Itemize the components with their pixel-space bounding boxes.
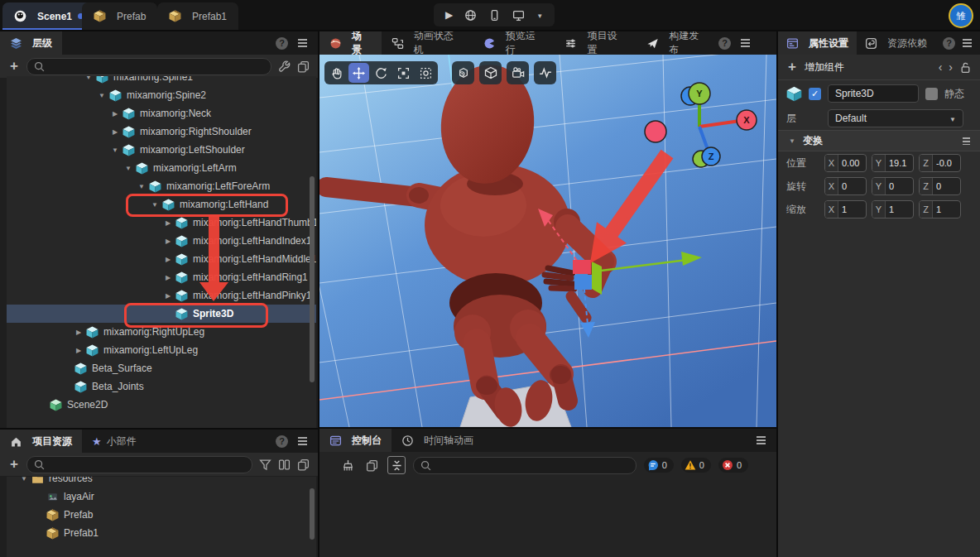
help-icon[interactable] (276, 37, 288, 50)
tab-scene[interactable]: 场景 (319, 31, 382, 55)
expand-arrow[interactable] (108, 110, 122, 118)
tab-resource-dependencies[interactable]: 资源依赖 (857, 31, 935, 55)
expand-arrow[interactable] (161, 256, 175, 263)
active-checkbox[interactable] (809, 88, 821, 100)
hierarchy-scrollbar[interactable] (310, 176, 315, 382)
hierarchy-search-input[interactable] (49, 60, 264, 73)
panel-menu-icon[interactable] (298, 437, 307, 445)
error-count-badge[interactable]: 0 (718, 458, 748, 473)
tree-item-neck[interactable]: mixamorig:Neck (7, 104, 316, 122)
position-z-field[interactable]: Z-0.0 (919, 154, 961, 172)
perspective-toggle-button[interactable] (452, 61, 474, 84)
asset-item-prefab[interactable]: Prefab (7, 506, 316, 524)
tree-item-rightupleg[interactable]: mixamorig:RightUpLeg (7, 323, 316, 341)
expand-arrow[interactable] (147, 201, 162, 209)
add-component-plus[interactable] (786, 59, 798, 75)
expand-arrow[interactable] (71, 347, 86, 354)
expand-arrow[interactable] (161, 292, 175, 300)
tab-timeline-animation[interactable]: 时间轴动画 (392, 429, 483, 452)
tree-item-sprite3d-selected[interactable]: Sprite3D (7, 305, 316, 323)
tree-item-lefthandmiddle1[interactable]: mixamorig:LeftHandMiddle1 (7, 250, 316, 268)
section-collapse-arrow[interactable] (788, 137, 796, 145)
rotate-tool-button[interactable] (371, 63, 392, 83)
expand-arrow[interactable] (161, 238, 175, 245)
tab-hierarchy[interactable]: 层级 (0, 31, 62, 55)
scale-tool-button[interactable] (393, 63, 414, 83)
tree-item-leftshoulder[interactable]: mixamorig:LeftShoulder (7, 141, 316, 159)
mobile-preview-icon[interactable] (488, 9, 501, 22)
rotation-y-field[interactable]: Y0 (872, 177, 914, 195)
tree-item-leftforearm[interactable]: mixamorig:LeftForeArm (7, 177, 316, 195)
panel-menu-icon[interactable] (298, 39, 307, 47)
expand-arrow[interactable] (17, 477, 31, 483)
tab-project-assets[interactable]: 项目资源 (0, 430, 82, 453)
3d-viewport[interactable]: Y X Z (319, 55, 776, 427)
shading-mode-button[interactable] (479, 61, 502, 84)
play-button[interactable] (445, 9, 453, 21)
expand-arrow[interactable] (134, 183, 149, 190)
expand-arrow[interactable] (94, 92, 109, 99)
assets-scrollbar[interactable] (310, 488, 315, 540)
transform-section-header[interactable]: 变换 (778, 130, 980, 151)
expand-arrow[interactable] (161, 274, 175, 281)
prefab-document-tab[interactable]: Prefab (82, 2, 157, 30)
expand-arrow[interactable] (161, 219, 175, 227)
tree-item-beta-joints[interactable]: Beta_Joints (7, 377, 316, 396)
expand-arrow[interactable] (81, 76, 96, 81)
tree-item-lefthandpinky1[interactable]: mixamorig:LeftHandPinky1 (7, 286, 316, 305)
asset-item-resources[interactable]: resources (7, 477, 316, 487)
position-y-field[interactable]: Y19.1 (872, 154, 914, 172)
expand-arrow[interactable] (108, 146, 122, 154)
move-tool-button[interactable] (348, 63, 369, 83)
asset-item-layaair[interactable]: layaAir (7, 487, 316, 506)
panel-menu-icon[interactable] (757, 436, 766, 444)
tree-item-lefthand[interactable]: mixamorig:LeftHand (7, 195, 316, 214)
scale-y-field[interactable]: Y1 (872, 200, 914, 218)
rect-tool-button[interactable] (416, 63, 436, 83)
assets-searchbox[interactable] (26, 456, 252, 473)
gizmo-red-handle[interactable] (573, 260, 591, 274)
rotation-x-field[interactable]: X0 (824, 177, 867, 195)
tree-item-spine1[interactable]: mixamorig:Spine1 (7, 76, 316, 86)
nav-back-chevron[interactable]: ‹ (939, 60, 943, 74)
web-preview-icon[interactable] (464, 9, 477, 22)
orientation-neg-axis-ball[interactable] (645, 121, 666, 142)
add-node-button[interactable] (8, 58, 20, 74)
clear-console-button[interactable] (339, 457, 356, 473)
panel-menu-icon[interactable] (963, 39, 972, 47)
tree-item-leftarm[interactable]: mixamorig:LeftArm (7, 159, 316, 177)
help-icon[interactable] (718, 37, 731, 50)
help-icon[interactable] (276, 435, 288, 448)
object-name-input[interactable] (828, 84, 919, 103)
lock-icon[interactable] (959, 61, 972, 74)
wrench-icon[interactable] (278, 60, 291, 73)
rotation-z-field[interactable]: Z0 (919, 177, 961, 195)
camera-preview-button[interactable] (507, 61, 529, 84)
tree-item-lefthandindex1[interactable]: mixamorig:LeftHandIndex1 (7, 232, 316, 250)
collapse-log-button[interactable] (387, 456, 406, 474)
prefab1-document-tab[interactable]: Prefab1 (157, 2, 238, 30)
section-menu-icon[interactable] (963, 137, 970, 145)
tree-item-rightshoulder[interactable]: mixamorig:RightShoulder (7, 122, 316, 141)
position-x-field[interactable]: X0.00 (824, 154, 867, 172)
tab-console[interactable]: 控制台 (319, 429, 392, 452)
nav-forward-chevron[interactable]: › (949, 60, 953, 74)
columns-view-icon[interactable] (278, 459, 291, 471)
scale-z-field[interactable]: Z1 (919, 200, 961, 218)
gizmo-blue-handle[interactable] (574, 275, 592, 290)
tree-item-lefthandring1[interactable]: mixamorig:LeftHandRing1 (7, 268, 316, 286)
3d-viewport-canvas[interactable]: Y X Z (319, 55, 776, 427)
hierarchy-searchbox[interactable] (26, 58, 271, 75)
preview-dropdown-caret[interactable] (536, 9, 543, 21)
filter-funnel-icon[interactable] (259, 459, 271, 471)
warning-count-badge[interactable]: 0 (681, 458, 711, 473)
add-asset-button[interactable] (8, 456, 20, 473)
add-component-label[interactable]: 增加组件 (805, 60, 844, 74)
expand-arrow[interactable] (108, 128, 122, 136)
tab-preview-run[interactable]: 预览运行 (473, 31, 555, 55)
stats-button[interactable] (534, 61, 556, 84)
tree-item-spine2[interactable]: mixamorig:Spine2 (7, 86, 316, 104)
duplicate-icon[interactable] (297, 60, 310, 73)
console-searchbox[interactable] (413, 457, 637, 474)
console-search-input[interactable] (435, 459, 629, 472)
